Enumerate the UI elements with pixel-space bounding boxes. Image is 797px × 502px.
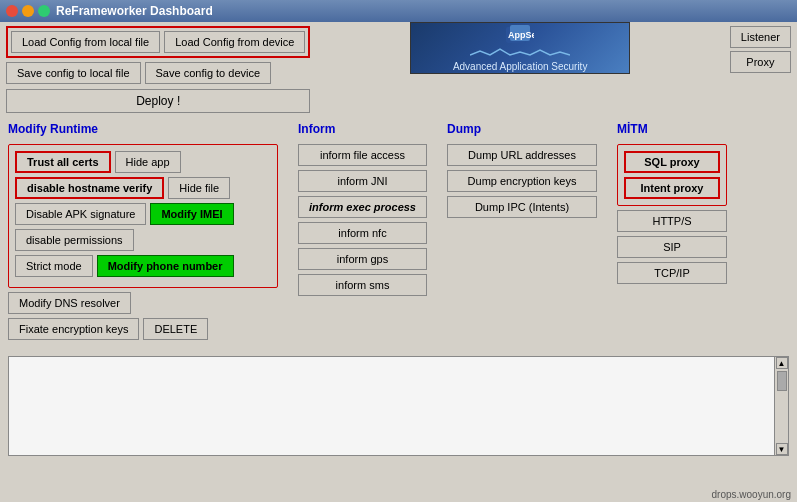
modify-phone-number-button[interactable]: Modify phone number [97, 255, 234, 277]
inform-sms-button[interactable]: inform sms [298, 274, 427, 296]
listener-button[interactable]: Listener [730, 26, 791, 48]
mitm-box: SQL proxy Intent proxy [617, 144, 727, 206]
inform-gps-button[interactable]: inform gps [298, 248, 427, 270]
scroll-up-arrow[interactable]: ▲ [776, 357, 788, 369]
logo-wave-icon [470, 47, 570, 59]
dump-url-addresses-button[interactable]: Dump URL addresses [447, 144, 597, 166]
load-config-device-button[interactable]: Load Config from device [164, 31, 305, 53]
maximize-icon[interactable] [38, 5, 50, 17]
title-bar: ReFrameworker Dashboard [0, 0, 797, 22]
disable-permissions-button[interactable]: disable permissions [15, 229, 134, 251]
inform-nfc-button[interactable]: inform nfc [298, 222, 427, 244]
dump-encryption-keys-button[interactable]: Dump encryption keys [447, 170, 597, 192]
save-config-device-button[interactable]: Save config to device [145, 62, 272, 84]
mitm-section: MİTM SQL proxy Intent proxy HTTP/S SIP T… [617, 122, 727, 344]
logo-tagline: Advanced Application Security [453, 61, 588, 72]
appsec-logo-icon: AppSec [506, 25, 534, 45]
hide-file-button[interactable]: Hide file [168, 177, 230, 199]
modify-runtime-title: Modify Runtime [8, 122, 278, 136]
load-config-buttons-group: Load Config from local file Load Config … [6, 26, 310, 58]
intent-proxy-button[interactable]: Intent proxy [624, 177, 720, 199]
fixate-encryption-keys-button[interactable]: Fixate encryption keys [8, 318, 139, 340]
dump-ipc-button[interactable]: Dump IPC (Intents) [447, 196, 597, 218]
mitm-title: MİTM [617, 122, 727, 136]
sql-proxy-button[interactable]: SQL proxy [624, 151, 720, 173]
footer-url: drops.wooyun.org [712, 489, 792, 500]
logo-box: AppSec Advanced Application Security [410, 22, 630, 74]
load-config-local-button[interactable]: Load Config from local file [11, 31, 160, 53]
strict-mode-button[interactable]: Strict mode [15, 255, 93, 277]
top-right-buttons: Listener Proxy [724, 22, 797, 77]
sip-button[interactable]: SIP [617, 236, 727, 258]
save-config-local-button[interactable]: Save config to local file [6, 62, 141, 84]
inform-file-access-button[interactable]: inform file access [298, 144, 427, 166]
minimize-icon[interactable] [22, 5, 34, 17]
tcp-ip-button[interactable]: TCP/IP [617, 262, 727, 284]
svg-text:AppSec: AppSec [508, 30, 534, 40]
scroll-thumb[interactable] [777, 371, 787, 391]
inform-jni-button[interactable]: inform JNI [298, 170, 427, 192]
inform-title: Inform [298, 122, 427, 136]
modify-imei-button[interactable]: Modify IMEI [150, 203, 233, 225]
window-controls[interactable] [6, 5, 50, 17]
proxy-button[interactable]: Proxy [730, 51, 791, 73]
deploy-button[interactable]: Deploy ! [6, 89, 310, 113]
dump-section: Dump Dump URL addresses Dump encryption … [447, 122, 597, 344]
hide-app-button[interactable]: Hide app [115, 151, 181, 173]
modify-runtime-section: Modify Runtime Trust all certs Hide app … [8, 122, 278, 344]
modify-runtime-box: Trust all certs Hide app disable hostnam… [8, 144, 278, 288]
inform-exec-process-button[interactable]: inform exec process [298, 196, 427, 218]
https-button[interactable]: HTTP/S [617, 210, 727, 232]
output-area: ▲ ▼ [8, 356, 789, 456]
vertical-scrollbar[interactable]: ▲ ▼ [774, 357, 788, 455]
disable-hostname-verify-button[interactable]: disable hostname verify [15, 177, 164, 199]
disable-apk-signature-button[interactable]: Disable APK signature [15, 203, 146, 225]
scroll-down-arrow[interactable]: ▼ [776, 443, 788, 455]
delete-button[interactable]: DELETE [143, 318, 208, 340]
logo-area: AppSec Advanced Application Security [316, 22, 723, 74]
inform-section: Inform inform file access inform JNI inf… [298, 122, 427, 344]
trust-all-certs-button[interactable]: Trust all certs [15, 151, 111, 173]
close-icon[interactable] [6, 5, 18, 17]
dump-title: Dump [447, 122, 597, 136]
modify-dns-resolver-button[interactable]: Modify DNS resolver [8, 292, 131, 314]
window-title: ReFrameworker Dashboard [56, 4, 213, 18]
